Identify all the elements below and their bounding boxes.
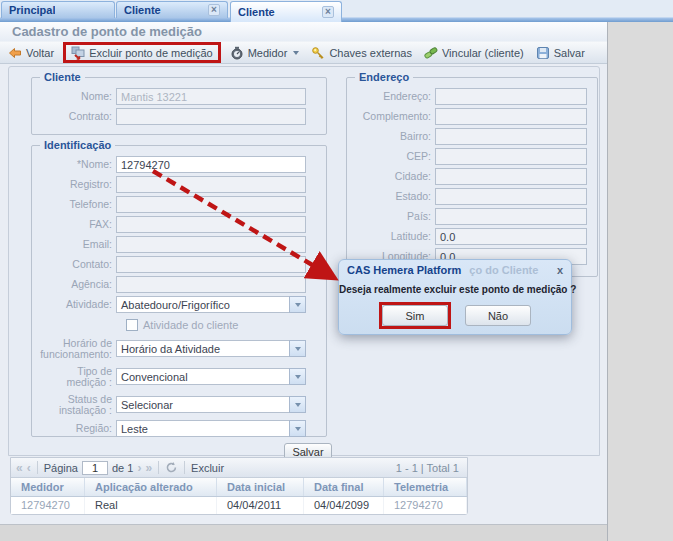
pagina-label: Página [44, 462, 78, 474]
field-label-regiao: Região: [38, 423, 116, 434]
input-pais [435, 208, 587, 225]
field-row-horario-funcionamento: Horário de funcionamento:Horário da Ativ… [38, 336, 320, 361]
dialog-title: CAS Hemera Platform [347, 264, 461, 276]
field-label-complemento: Complemento: [353, 111, 435, 122]
history-grid: « ‹ Página 1 de 1 › » Excluir 1 - 1 | To… [10, 457, 468, 515]
save-disk-icon [536, 46, 550, 60]
tab-cliente-1[interactable]: Cliente× [116, 1, 228, 18]
link-icon [424, 46, 438, 60]
combo-tipo-medicao[interactable]: Convencional [116, 368, 306, 385]
combo-regiao[interactable]: Leste [116, 420, 306, 437]
field-label-endereco: Endereço: [353, 91, 435, 102]
page-number-input[interactable]: 1 [82, 461, 108, 475]
checkbox-atividade-do-cliente[interactable] [126, 319, 138, 331]
dialog-close-icon[interactable]: x [557, 264, 563, 276]
combo-trigger-icon[interactable] [289, 340, 306, 357]
field-row-cliente-nome: Nome:Mantis 13221 [38, 88, 320, 105]
field-row-cep: CEP: [353, 148, 591, 165]
field-row-pais: País: [353, 208, 591, 225]
column-header-3[interactable]: Data final [304, 478, 384, 496]
combo-status-instalacao[interactable]: Selecionar [116, 396, 306, 413]
page-prev-button[interactable]: ‹ [27, 462, 31, 474]
field-row-registro: Registro: [38, 176, 320, 193]
input-registro [116, 176, 306, 193]
voltar-button[interactable]: Voltar [5, 45, 57, 61]
combo-trigger-icon[interactable] [289, 368, 306, 385]
tab-label: Cliente [238, 6, 275, 18]
column-header-4[interactable]: Telemetria [384, 478, 467, 496]
cell-0-1: Real [85, 497, 217, 514]
field-label-atividade: Atividade: [38, 299, 116, 310]
column-header-0[interactable]: Medidor [11, 478, 85, 496]
combo-horario-funcionamento[interactable]: Horário da Atividade [116, 340, 306, 357]
excluir-annotation-box: Excluir ponto de medição [63, 42, 221, 63]
column-header-2[interactable]: Data inicial [217, 478, 304, 496]
combo-trigger-icon[interactable] [289, 296, 306, 313]
input-email [116, 236, 306, 253]
tab-cliente-2[interactable]: Cliente× [230, 1, 342, 22]
sim-button[interactable]: Sim [382, 305, 448, 326]
key-icon [311, 46, 325, 60]
combo-value-horario-funcionamento: Horário da Atividade [116, 340, 289, 357]
pager-separator [184, 461, 185, 474]
field-label-tipo-medicao: Tipo de medição : [38, 366, 116, 388]
bottom-strip [0, 524, 607, 541]
medidor-button[interactable]: Medidor [227, 45, 303, 61]
tab-bar: PrincipalCliente×Cliente× [0, 0, 673, 22]
vincular-cliente-button[interactable]: Vincular (cliente) [421, 45, 527, 61]
input-cidade [435, 168, 587, 185]
field-label-contato: Contato: [38, 259, 116, 270]
meter-icon [230, 46, 244, 60]
field-row-contato: Contato: [38, 256, 320, 273]
combo-atividade[interactable]: Abatedouro/Frigorífico [116, 296, 306, 313]
nao-button[interactable]: Não [465, 305, 531, 326]
combo-value-tipo-medicao: Convencional [116, 368, 289, 385]
cell-0-0: 12794270 [11, 497, 85, 514]
page-next-button[interactable]: › [137, 462, 141, 474]
input-contato [116, 256, 306, 273]
chaves-externas-button[interactable]: Chaves externas [308, 45, 415, 61]
table-row[interactable]: 12794270Real04/04/201104/04/209912794270 [11, 497, 467, 514]
chevron-down-icon [293, 51, 299, 55]
field-label-cep: CEP: [353, 151, 435, 162]
salvar-toolbar-label: Salvar [554, 47, 585, 59]
combo-value-regiao: Leste [116, 420, 289, 437]
cell-0-2: 04/04/2011 [217, 497, 304, 514]
fieldset-identificacao: Identificação *Nome:12794270Registro:Tel… [31, 145, 327, 437]
tab-close-icon[interactable]: × [322, 6, 334, 18]
grid-header-row: MedidorAplicação alteradoData inicialDat… [11, 478, 467, 497]
page-title: Cadastro de ponto de medição [0, 22, 607, 41]
main-panel: Cadastro de ponto de medição Voltar Ex [0, 22, 607, 524]
field-label-horario-funcionamento: Horário de funcionamento: [38, 338, 116, 360]
page-first-button[interactable]: « [16, 462, 23, 474]
voltar-label: Voltar [26, 47, 54, 59]
field-label-estado: Estado: [353, 191, 435, 202]
column-header-1[interactable]: Aplicação alterado [85, 478, 217, 496]
refresh-icon[interactable] [165, 461, 178, 474]
field-label-registro: Registro: [38, 179, 116, 190]
salvar-toolbar-button[interactable]: Salvar [533, 45, 588, 61]
tab-close-icon[interactable]: × [208, 4, 220, 16]
field-row-contrato: Contrato: [38, 108, 320, 125]
field-row-status-instalacao: Status de instalação :Selecionar [38, 392, 320, 417]
input-contrato [116, 108, 306, 125]
page-last-button[interactable]: » [145, 462, 152, 474]
tab-principal-0[interactable]: Principal [1, 1, 115, 18]
field-row-complemento: Complemento: [353, 108, 591, 125]
ghost-text: ço do Cliente [469, 264, 538, 276]
pager-summary: 1 - 1 | Total 1 [396, 462, 462, 474]
dialog-message: Deseja realmente excluir este ponto de m… [339, 284, 571, 295]
page-of-label: de 1 [112, 462, 133, 474]
input-telefone [116, 196, 306, 213]
field-label-email: Email: [38, 239, 116, 250]
excluir-ponto-button[interactable]: Excluir ponto de medição [71, 46, 213, 60]
field-label-contrato: Contrato: [38, 111, 116, 122]
input-cliente-nome: Mantis 13221 [116, 88, 306, 105]
pager-excluir-button[interactable]: Excluir [191, 462, 224, 474]
combo-trigger-icon[interactable] [289, 420, 306, 437]
combo-trigger-icon[interactable] [289, 396, 306, 413]
confirm-dialog: CAS Hemera Platform ço do Cliente x Dese… [338, 259, 572, 335]
input-endereco [435, 88, 587, 105]
field-label-cliente-nome: Nome: [38, 91, 116, 102]
input-nome[interactable]: 12794270 [116, 156, 306, 173]
